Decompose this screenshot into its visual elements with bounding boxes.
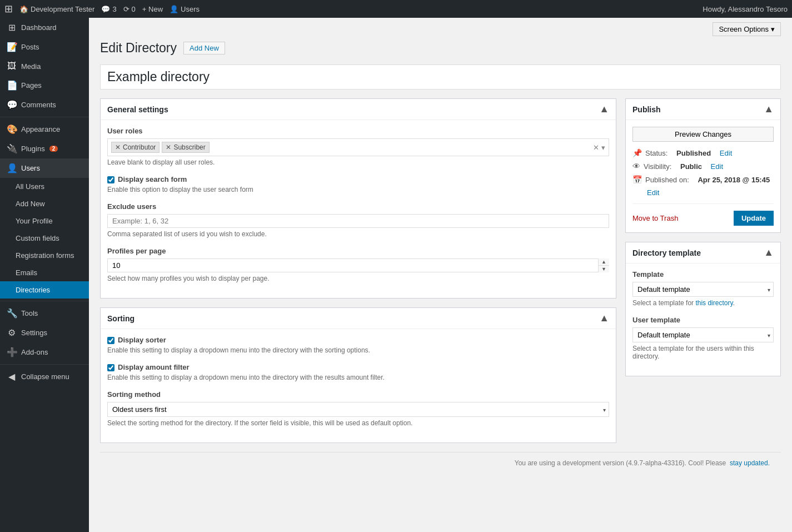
exclude-users-section: Exclude users Comma separated list of us… xyxy=(107,202,609,238)
tag-remove-subscriber[interactable]: ✕ xyxy=(166,143,171,151)
sidebar-divider-2 xyxy=(0,301,89,301)
sidebar-item-label: Appearance xyxy=(21,125,60,133)
screen-options-arrow-icon: ▾ xyxy=(771,25,775,33)
tag-clear-icon[interactable]: ✕ xyxy=(593,143,599,152)
exclude-users-input[interactable] xyxy=(107,214,609,228)
sidebar-item-label: Add-ons xyxy=(21,348,48,356)
dashboard-icon: ⊞ xyxy=(7,22,17,33)
directory-template-body: Template Default template Custom templat… xyxy=(626,263,780,376)
tag-remove-contributor[interactable]: ✕ xyxy=(115,143,121,151)
visibility-label: Visibility: xyxy=(644,162,671,171)
tag-dropdown-icon[interactable]: ▾ xyxy=(601,143,605,152)
sidebar-sub-all-users[interactable]: All Users xyxy=(0,178,89,195)
site-name[interactable]: 🏠 Development Tester xyxy=(19,5,94,13)
sidebar-sub-add-new[interactable]: Add New xyxy=(0,195,89,212)
published-value: Apr 25, 2018 @ 15:45 xyxy=(698,176,770,184)
media-icon: 🖼 xyxy=(7,61,17,71)
sidebar-item-appearance[interactable]: 🎨 Appearance xyxy=(0,120,89,139)
update-button[interactable]: Update xyxy=(734,211,774,226)
spin-up-button[interactable]: ▲ xyxy=(599,258,609,266)
sorting-title: Sorting xyxy=(107,314,135,323)
template-select[interactable]: Default template Custom template xyxy=(632,282,774,297)
sidebar-item-comments[interactable]: 💬 Comments xyxy=(0,95,89,115)
sidebar-item-tools[interactable]: 🔧 Tools xyxy=(0,304,89,323)
sorting-method-select[interactable]: Oldest users first Newest users first Al… xyxy=(107,402,609,417)
directory-template-header[interactable]: Directory template ▲ xyxy=(626,242,780,263)
spin-down-button[interactable]: ▼ xyxy=(599,266,609,272)
status-icon: 📌 xyxy=(632,148,642,157)
status-edit-link[interactable]: Edit xyxy=(720,149,732,157)
posts-icon: 📝 xyxy=(7,42,17,52)
sorting-method-section: Sorting method Oldest users first Newest… xyxy=(107,390,609,427)
preview-changes-button[interactable]: Preview Changes xyxy=(632,127,774,142)
display-search-checkbox[interactable] xyxy=(107,176,114,183)
publish-header[interactable]: Publish ▲ xyxy=(626,99,780,120)
template-hint-link[interactable]: this directory xyxy=(695,299,733,307)
move-to-trash-link[interactable]: Move to Trash xyxy=(632,214,678,222)
directory-template-metabox: Directory template ▲ Template Default te… xyxy=(625,242,781,376)
tag-select-actions[interactable]: ✕ ▾ xyxy=(593,143,605,152)
profiles-per-page-section: Profiles per page ▲ ▼ Select how many pr… xyxy=(107,247,609,282)
status-value: Published xyxy=(676,149,711,157)
sidebar-item-posts[interactable]: 📝 Posts xyxy=(0,37,89,57)
user-template-select[interactable]: Default template Custom template xyxy=(632,327,774,342)
add-new-button[interactable]: Add New xyxy=(183,42,225,54)
users-topbar-item[interactable]: 👤 Users xyxy=(170,5,200,13)
sidebar-item-settings[interactable]: ⚙ Settings xyxy=(0,323,89,342)
sorting-metabox: Sorting ▲ Display sorter Enable this set… xyxy=(100,307,616,443)
sidebar-item-plugins[interactable]: 🔌 Plugins 2 xyxy=(0,139,89,158)
sidebar-item-media[interactable]: 🖼 Media xyxy=(0,57,89,76)
sidebar-item-dashboard[interactable]: ⊞ Dashboard xyxy=(0,18,89,37)
sidebar-sub-emails[interactable]: Emails xyxy=(0,264,89,281)
display-sorter-checkbox[interactable] xyxy=(107,337,114,344)
sidebar-sub-custom-fields[interactable]: Custom fields xyxy=(0,230,89,247)
tag-label: Subscriber xyxy=(173,143,205,151)
sidebar-item-label: Collapse menu xyxy=(21,372,69,381)
sidebar-item-users[interactable]: 👤 Users xyxy=(0,158,89,178)
screen-options-button[interactable]: Screen Options ▾ xyxy=(713,22,781,36)
user-roles-select[interactable]: ✕ Contributor ✕ Subscriber ✕ ▾ xyxy=(107,138,609,156)
comments-item[interactable]: 💬 3 xyxy=(101,5,116,13)
sorting-method-label: Sorting method xyxy=(107,390,609,399)
display-search-label[interactable]: Display search form xyxy=(118,175,187,183)
stay-updated-link[interactable]: stay updated. xyxy=(730,459,770,467)
directory-template-collapse-icon[interactable]: ▲ xyxy=(764,247,774,258)
display-sorter-hint: Enable this setting to display a dropdow… xyxy=(107,346,609,354)
published-edit-link[interactable]: Edit xyxy=(647,188,659,197)
user-template-label: User template xyxy=(632,316,774,324)
sidebar-sub-your-profile[interactable]: Your Profile xyxy=(0,212,89,230)
sorting-collapse-icon[interactable]: ▲ xyxy=(599,312,609,324)
profiles-per-page-input[interactable] xyxy=(107,258,609,272)
updates-item[interactable]: ⟳ 0 xyxy=(123,5,136,13)
directory-title-input[interactable] xyxy=(100,64,781,90)
new-item[interactable]: + New xyxy=(142,5,163,13)
exclude-users-hint: Comma separated list of users id you wis… xyxy=(107,230,609,238)
display-amount-checkbox[interactable] xyxy=(107,364,114,371)
template-select-wrapper: Default template Custom template ▾ xyxy=(632,282,774,297)
general-settings-collapse-icon[interactable]: ▲ xyxy=(599,103,609,115)
general-settings-metabox: General settings ▲ User roles ✕ Contribu… xyxy=(100,98,616,299)
user-icon: 👤 xyxy=(170,5,178,13)
published-label: Published on: xyxy=(645,176,689,184)
users-sidebar-icon: 👤 xyxy=(7,163,17,173)
display-amount-label[interactable]: Display amount filter xyxy=(118,363,190,371)
comments-icon: 💬 xyxy=(101,5,110,13)
sidebar-item-collapse[interactable]: ◀ Collapse menu xyxy=(0,367,89,386)
display-search-hint: Enable this option to display the user s… xyxy=(107,186,609,193)
sorting-header[interactable]: Sorting ▲ xyxy=(101,308,616,329)
display-amount-hint: Enable this setting to display a dropdow… xyxy=(107,374,609,381)
sidebar: ⊞ Dashboard 📝 Posts 🖼 Media 📄 Pages 💬 Co… xyxy=(0,18,89,532)
general-settings-header[interactable]: General settings ▲ xyxy=(101,99,616,120)
sidebar-sub-directories[interactable]: Directories xyxy=(0,281,89,299)
sidebar-sub-registration-forms[interactable]: Registration forms xyxy=(0,247,89,264)
appearance-icon: 🎨 xyxy=(7,124,17,135)
publish-metabox: Publish ▲ Preview Changes 📌 Status: Publ… xyxy=(625,98,781,233)
publish-collapse-icon[interactable]: ▲ xyxy=(764,103,774,115)
visibility-edit-link[interactable]: Edit xyxy=(711,162,723,171)
display-sorter-label[interactable]: Display sorter xyxy=(118,336,166,344)
sidebar-item-add-ons[interactable]: ➕ Add-ons xyxy=(0,342,89,362)
user-template-hint: Select a template for the users within t… xyxy=(632,345,774,360)
display-amount-section: Display amount filter Enable this settin… xyxy=(107,363,609,381)
sidebar-item-pages[interactable]: 📄 Pages xyxy=(0,76,89,95)
sidebar-sub-label: Custom fields xyxy=(16,234,59,242)
